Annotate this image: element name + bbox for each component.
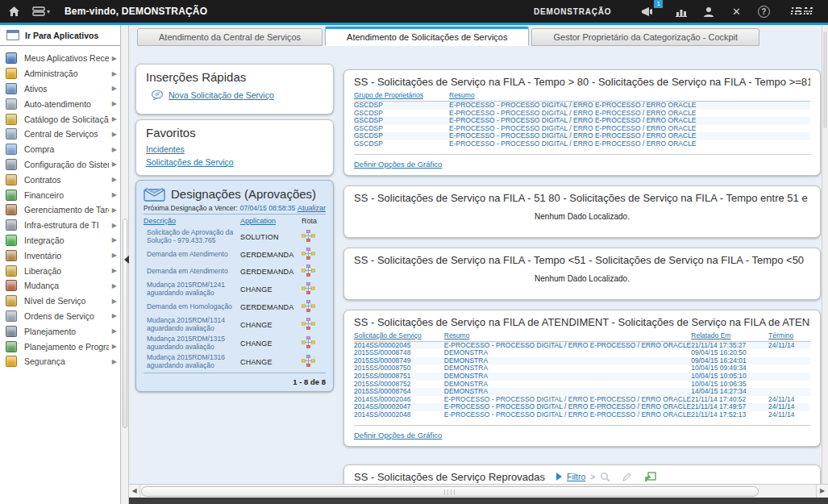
edit-pencil-icon[interactable] [622, 472, 632, 482]
request-id-cell[interactable]: 2015SS/00008749 [354, 357, 444, 365]
favorite-link[interactable]: Solicitações de Serviço [146, 156, 323, 169]
assignment-description[interactable]: Mudança 2015RDM/1314 aguardando avaliaçã… [144, 315, 240, 334]
sidebar-item[interactable]: Integração ▶ [0, 233, 120, 248]
chart-options-link[interactable]: Definir Opções de Gráfico [354, 431, 442, 439]
col-relatado-em[interactable]: Relatado Em [691, 331, 768, 342]
scroll-right-arrow-icon[interactable]: ▶ [816, 485, 828, 498]
sidebar-item[interactable]: Meus Aplicativos Recentes ▶ [0, 51, 120, 66]
workflow-route-icon[interactable] [302, 315, 326, 334]
sidebar-scroll-thumb[interactable] [123, 219, 127, 428]
sidebar-item[interactable]: Catálogo de Solicitação de Serviço ▶ [0, 111, 120, 127]
summary-cell[interactable]: E-PROCESSO - PROCESSO DIGITAL / ERRO E-P… [444, 411, 692, 419]
sidebar-item[interactable]: Liberação ▶ [0, 263, 120, 278]
sidebar-item[interactable]: Mudança ▶ [0, 278, 120, 294]
summary-cell[interactable]: DEMONSTRA [444, 364, 692, 373]
request-id-cell[interactable]: 2015SS/00008748 [354, 349, 444, 357]
sidebar-item[interactable]: Inventário ▶ [0, 248, 120, 263]
sidebar-item[interactable]: Planejamento ▶ [0, 323, 120, 339]
user-icon[interactable] [700, 3, 718, 19]
sidebar-item[interactable]: Ordens de Serviço ▶ [0, 309, 120, 324]
new-service-request-link[interactable]: Nova Solicitação de Serviço [169, 90, 274, 100]
export-refresh-icon[interactable] [645, 472, 656, 482]
sidebar-item[interactable]: Ativos ▶ [0, 81, 120, 97]
sidebar-item[interactable]: Compra ▶ [0, 142, 120, 157]
bar-chart-icon[interactable] [672, 3, 690, 19]
sidebar-item[interactable]: Auto-atendimento ▶ [0, 96, 120, 111]
close-icon[interactable]: ✕ [727, 3, 745, 19]
summary-cell[interactable]: E-PROCESSO - PROCESSO DIGITAL / ERRO E-P… [449, 132, 810, 140]
vertical-scrollbar[interactable] [822, 25, 828, 484]
summary-cell[interactable]: DEMONSTRA [444, 357, 692, 365]
vertical-scroll-thumb[interactable] [823, 31, 827, 128]
sidebar-item[interactable]: Contratos ▶ [0, 172, 120, 187]
tab-gestor-cockpit[interactable]: Gestor Proprietário da Categorização - C… [531, 28, 759, 46]
summary-cell[interactable]: E-PROCESSO - PROCESSO DIGITAL / ERRO E-P… [444, 396, 692, 404]
group-cell[interactable]: GSCDSP [354, 140, 449, 148]
summary-cell[interactable]: E-PROCESSO - PROCESSO DIGITAL / ERRO E-P… [449, 110, 810, 118]
app-switcher-icon[interactable]: ▾ [32, 3, 50, 19]
assignment-description[interactable]: Demanda em Homologação [144, 298, 240, 315]
group-cell[interactable]: GSCDSP [354, 125, 449, 133]
sidebar-item[interactable]: Planejamento e Programação ▶ [0, 339, 120, 354]
sidebar-item[interactable]: Gerenciamento de Tarefas ▶ [0, 202, 120, 218]
workflow-route-icon[interactable] [302, 352, 326, 371]
sidebar-scrollbar[interactable] [122, 25, 129, 504]
col-resumo[interactable]: Resumo [444, 331, 692, 342]
workflow-route-icon[interactable] [302, 263, 326, 280]
summary-cell[interactable]: DEMONSTRA [444, 349, 692, 357]
request-id-cell[interactable]: 2015SS/00008751 [354, 373, 444, 381]
assignment-description[interactable]: Mudança 2015RDM/1316 aguardando avaliaçã… [144, 352, 240, 371]
request-id-cell[interactable]: 2014SS/00002046 [354, 396, 444, 404]
assignment-description[interactable]: Demanda em Atendimento [144, 263, 240, 280]
col-resumo[interactable]: Resumo [449, 90, 810, 102]
sidebar-item[interactable]: Configuração do Sistema ▶ [0, 157, 120, 173]
assignment-description[interactable]: Mudança 2015RDM/1315 aguardando avaliaçã… [144, 334, 240, 352]
summary-cell[interactable]: E-PROCESSO - PROCESSO DIGITAL / ERRO E-P… [449, 125, 810, 133]
tab-solicitacoes-servicos[interactable]: Atendimento de Solicitações de Serviços [325, 27, 529, 46]
favorite-link[interactable]: Incidentes [146, 143, 323, 156]
request-id-cell[interactable]: 2015SS/00008750 [354, 364, 444, 373]
help-icon[interactable]: ? [755, 3, 772, 19]
announcement-icon[interactable]: 1 [639, 3, 656, 19]
refresh-link[interactable]: Atualizar [297, 204, 326, 212]
workflow-route-icon[interactable] [302, 334, 326, 352]
home-icon[interactable] [5, 3, 23, 19]
summary-cell[interactable]: E-PROCESSO - PROCESSO DIGITAL / ERRO E-P… [449, 140, 810, 148]
sidebar-item[interactable]: Nível de Serviço ▶ [0, 294, 120, 309]
col-application[interactable]: Application [240, 215, 302, 227]
sidebar-item[interactable]: Financeiro ▶ [0, 187, 120, 202]
expand-triangle-icon[interactable] [556, 473, 562, 481]
sidebar-item[interactable]: Segurança ▶ [0, 354, 120, 369]
tab-central-servicos[interactable]: Atendimento da Central de Serviços [137, 28, 322, 46]
workflow-route-icon[interactable] [302, 298, 326, 315]
summary-cell[interactable]: DEMONSTRA [444, 373, 692, 381]
group-cell[interactable]: GSCDSP [354, 132, 449, 140]
assignment-description[interactable]: Mudança 2015RDM/1241 aguardando avaliaçã… [144, 280, 240, 298]
col-descricao[interactable]: Descrição [144, 215, 240, 227]
summary-cell[interactable]: E-PROCESSO - PROCESSO DIGITAL / ERRO E-P… [449, 102, 810, 110]
summary-cell[interactable]: E-PROCESSO - PROCESSO DIGITAL / ERRO E-P… [444, 341, 692, 349]
col-solicitacao[interactable]: Solicitação de Serviço [354, 331, 444, 342]
request-id-cell[interactable]: 2015SS/00008764 [354, 388, 444, 396]
col-termino[interactable]: Término [768, 331, 810, 342]
summary-cell[interactable]: DEMONSTRA [444, 388, 692, 396]
horizontal-scroll-thumb[interactable] [141, 486, 759, 497]
request-id-cell[interactable]: 2014SS/00002047 [354, 403, 444, 411]
request-id-cell[interactable]: 2014SS/00002048 [354, 411, 444, 419]
chart-options-link[interactable]: Definir Opções de Gráfico [354, 160, 442, 169]
sidebar-collapse-toggle[interactable] [124, 256, 129, 264]
sidebar-item[interactable]: Administração ▶ [0, 66, 120, 81]
request-id-cell[interactable]: 2014SS/00002045 [354, 341, 444, 349]
assignment-description[interactable]: Demanda em Atendimento [144, 246, 240, 263]
filter-link[interactable]: Filtro [567, 472, 585, 481]
workflow-route-icon[interactable] [302, 246, 326, 263]
assignment-description[interactable]: Solicitação de Aprovação da Solução - 97… [144, 227, 240, 246]
group-cell[interactable]: GSCDSP [354, 110, 449, 118]
summary-cell[interactable]: E-PROCESSO - PROCESSO DIGITAL / ERRO E-P… [449, 117, 810, 125]
workflow-route-icon[interactable] [302, 280, 326, 298]
sidebar-item[interactable]: Central de Serviços ▶ [0, 127, 120, 142]
request-id-cell[interactable]: 2015SS/00008752 [354, 381, 444, 389]
group-cell[interactable]: GSCDSP [354, 102, 449, 110]
workflow-route-icon[interactable] [302, 227, 326, 246]
summary-cell[interactable]: E-PROCESSO - PROCESSO DIGITAL / ERRO E-P… [444, 403, 692, 411]
